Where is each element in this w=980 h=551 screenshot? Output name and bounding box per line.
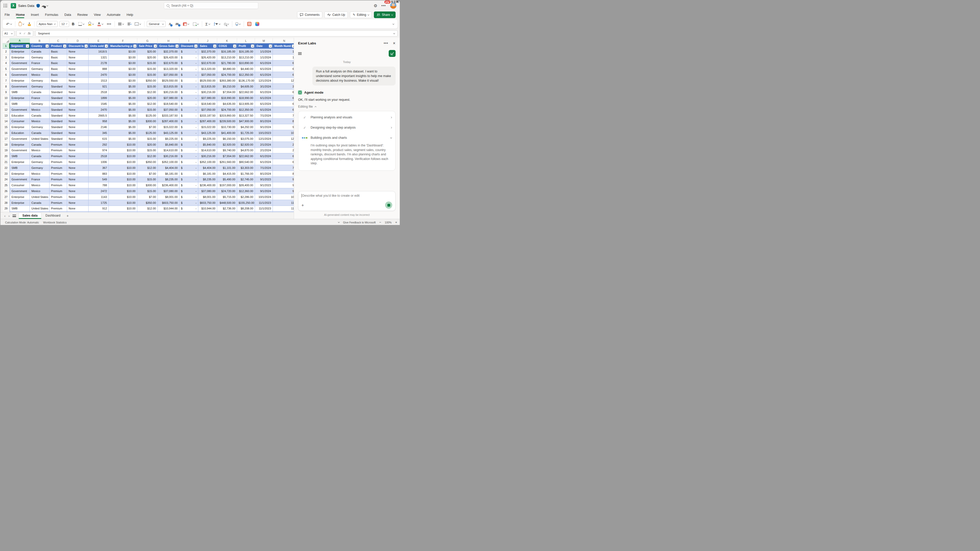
cell[interactable]: $7.00 xyxy=(137,194,158,200)
cell[interactable]: Premium xyxy=(49,194,67,200)
cell[interactable]: $5.00 xyxy=(109,119,137,124)
cell[interactable]: 2518 xyxy=(89,89,109,95)
cell[interactable]: $5.00 xyxy=(109,124,137,130)
cell[interactable]: 1 xyxy=(273,49,294,55)
panel-more-icon[interactable]: ••• xyxy=(383,41,388,45)
cell[interactable]: 6 xyxy=(273,89,294,95)
cell[interactable]: 6 xyxy=(273,159,294,165)
table-header-cell[interactable]: Sales xyxy=(198,43,217,49)
cell[interactable]: Canada xyxy=(30,49,49,55)
cell[interactable]: $4,415.00 xyxy=(217,171,237,177)
cell[interactable]: 8/1/2024 xyxy=(255,171,273,177)
cell[interactable]: $5.00 xyxy=(109,89,137,95)
select-all-corner[interactable] xyxy=(3,38,10,43)
cell[interactable]: $5.00 xyxy=(109,101,137,107)
cell[interactable]: $2,920.00 xyxy=(237,142,255,148)
cell[interactable]: 788 xyxy=(89,183,109,188)
formula-input[interactable]: Segment xyxy=(35,30,398,37)
cell[interactable]: $155,250.00 xyxy=(237,200,255,206)
copilot-button[interactable] xyxy=(254,21,260,27)
filter-button[interactable] xyxy=(175,44,179,48)
document-title[interactable]: Sales Data xyxy=(18,4,35,8)
cell[interactable]: $14,610.00 xyxy=(158,148,180,154)
cell[interactable]: Enterprise xyxy=(10,49,30,55)
cell[interactable]: $12.00 xyxy=(137,89,158,95)
cell[interactable]: 888 xyxy=(89,66,109,72)
cell[interactable]: 2 xyxy=(273,148,294,154)
cell[interactable]: $37,080.00 xyxy=(198,188,217,194)
cell[interactable]: 974 xyxy=(89,148,109,154)
cell[interactable]: Germany xyxy=(30,84,49,89)
cell[interactable]: Basic xyxy=(49,49,67,55)
cell[interactable]: $4,870.00 xyxy=(237,148,255,154)
row-header-6[interactable]: 6 xyxy=(3,72,10,78)
cell[interactable]: $30,216.00 xyxy=(198,153,217,159)
cell[interactable]: $3.00 xyxy=(109,55,137,60)
cell[interactable]: Premium xyxy=(49,177,67,183)
cell[interactable]: $333,187.50 xyxy=(198,113,217,119)
column-header-N[interactable]: N xyxy=(273,38,294,43)
cell[interactable]: $- xyxy=(180,113,198,119)
filter-button[interactable] xyxy=(292,44,294,48)
cell[interactable]: 6 xyxy=(273,95,294,101)
cell[interactable]: None xyxy=(67,119,89,124)
cell[interactable]: $10.00 xyxy=(109,142,137,148)
cell[interactable]: $8,235.00 xyxy=(158,177,180,183)
cell[interactable]: $21,780.00 xyxy=(217,60,237,66)
cell[interactable]: $287,400.00 xyxy=(198,119,217,124)
cell[interactable]: France xyxy=(30,60,49,66)
cell[interactable]: $- xyxy=(180,84,198,89)
cell[interactable]: $26,420.00 xyxy=(198,55,217,60)
cell[interactable]: None xyxy=(67,72,89,78)
cell[interactable]: $18,990.00 xyxy=(217,95,237,101)
cell[interactable]: 12/1/2024 xyxy=(255,78,273,84)
cell[interactable]: $10.00 xyxy=(109,206,137,212)
cell[interactable]: $1,101.00 xyxy=(217,165,237,171)
cell[interactable]: 8/1/2024 xyxy=(255,119,273,124)
app-launcher-icon[interactable] xyxy=(3,4,7,7)
filter-button[interactable] xyxy=(194,44,197,48)
row-header-11[interactable]: 11 xyxy=(3,101,10,107)
cell[interactable]: Germany xyxy=(30,66,49,72)
tab-insert[interactable]: Insert xyxy=(31,11,39,18)
more-options-icon[interactable]: ••• xyxy=(381,3,386,8)
cell[interactable]: Enterprise xyxy=(10,78,30,84)
cell[interactable]: $13,815.00 xyxy=(158,84,180,89)
cell[interactable]: SMB xyxy=(10,153,30,159)
undo-button[interactable]: ↶ xyxy=(5,21,13,27)
cell[interactable]: 9 xyxy=(273,177,294,183)
cell[interactable]: $- xyxy=(180,95,198,101)
column-header-K[interactable]: K xyxy=(217,38,237,43)
cell[interactable]: Government xyxy=(10,60,30,66)
cell[interactable]: Mexico xyxy=(30,107,49,113)
cell[interactable]: Standard xyxy=(49,89,67,95)
cell[interactable]: $8,001.00 xyxy=(198,194,217,200)
cell[interactable]: Standard xyxy=(49,101,67,107)
row-header-28[interactable]: 28 xyxy=(3,200,10,206)
editing-mode-button[interactable]: ✎ Editing xyxy=(350,11,372,18)
cell[interactable]: $30,216.00 xyxy=(158,153,180,159)
cell[interactable]: $10.00 xyxy=(109,177,137,183)
cell[interactable]: SMB xyxy=(10,206,30,212)
cell[interactable]: $32,670.00 xyxy=(198,60,217,66)
cell[interactable]: $- xyxy=(180,60,198,66)
excel-labs-addin-button[interactable] xyxy=(246,21,252,27)
cell[interactable]: $5,490.00 xyxy=(217,177,237,183)
cell[interactable]: 10 xyxy=(273,194,294,200)
attach-plus-icon[interactable]: + xyxy=(301,203,304,207)
row-header-2[interactable]: 2 xyxy=(3,49,10,55)
task-item[interactable]: ✓Designing step-by-step analysis xyxy=(302,122,392,133)
cell[interactable]: 1899 xyxy=(89,95,109,101)
cell[interactable]: Premium xyxy=(49,206,67,212)
cell[interactable]: $8,001.00 xyxy=(158,194,180,200)
cell[interactable]: $10.00 xyxy=(109,153,137,159)
cell[interactable]: $13,815.00 xyxy=(198,84,217,89)
table-header-cell[interactable]: Manufacturing price xyxy=(109,43,137,49)
cell[interactable]: $287,400.00 xyxy=(158,119,180,124)
cell[interactable]: 12 xyxy=(273,78,294,84)
cell[interactable]: $13,905.00 xyxy=(237,101,255,107)
cell[interactable]: Basic xyxy=(49,60,67,66)
cell[interactable]: 549 xyxy=(89,177,109,183)
more-font-options-button[interactable]: ••• xyxy=(106,21,113,27)
cell[interactable]: $90,540.00 xyxy=(237,159,255,165)
